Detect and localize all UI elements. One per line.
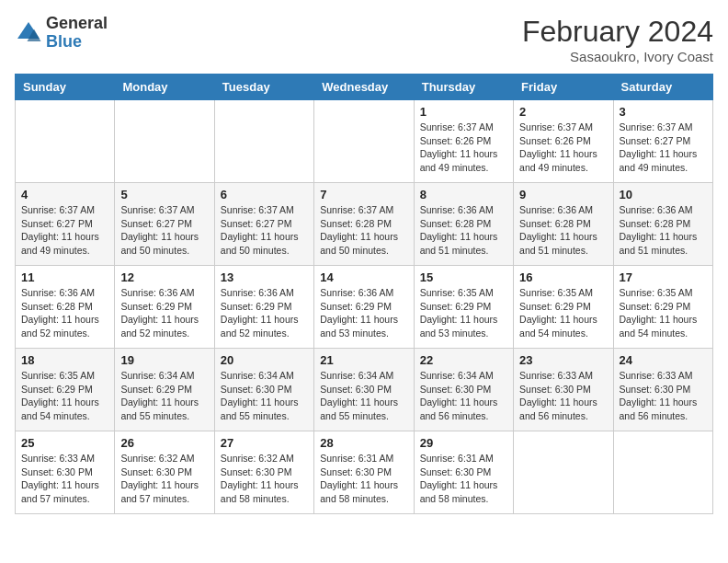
day-info: Sunrise: 6:34 AMSunset: 6:30 PMDaylight:… (320, 369, 407, 423)
day-info: Sunrise: 6:33 AMSunset: 6:30 PMDaylight:… (519, 369, 607, 423)
day-info: Sunrise: 6:36 AMSunset: 6:28 PMDaylight:… (519, 203, 607, 258)
calendar-week-1: 1Sunrise: 6:37 AMSunset: 6:26 PMDaylight… (16, 100, 713, 183)
month-year-title: February 2024 (522, 15, 713, 49)
day-number: 20 (221, 353, 308, 367)
calendar-cell: 5Sunrise: 6:37 AMSunset: 6:27 PMDaylight… (115, 183, 214, 266)
day-number: 22 (420, 353, 507, 367)
day-number: 1 (420, 105, 507, 119)
location-subtitle: Sasaoukro, Ivory Coast (522, 49, 713, 64)
day-number: 3 (620, 105, 707, 119)
calendar-cell: 18Sunrise: 6:35 AMSunset: 6:29 PMDayligh… (16, 349, 115, 431)
day-info: Sunrise: 6:35 AMSunset: 6:29 PMDaylight:… (21, 369, 108, 423)
calendar-cell: 15Sunrise: 6:35 AMSunset: 6:29 PMDayligh… (414, 266, 513, 349)
day-number: 16 (519, 270, 607, 284)
calendar-cell: 21Sunrise: 6:34 AMSunset: 6:30 PMDayligh… (314, 349, 414, 431)
day-info: Sunrise: 6:33 AMSunset: 6:30 PMDaylight:… (21, 452, 108, 506)
day-number: 29 (420, 436, 507, 450)
logo-text: General Blue (46, 15, 108, 52)
day-info: Sunrise: 6:33 AMSunset: 6:30 PMDaylight:… (620, 369, 707, 423)
calendar-cell: 10Sunrise: 6:36 AMSunset: 6:28 PMDayligh… (613, 183, 712, 266)
calendar-cell: 9Sunrise: 6:36 AMSunset: 6:28 PMDaylight… (514, 183, 613, 266)
day-info: Sunrise: 6:37 AMSunset: 6:26 PMDaylight:… (519, 121, 607, 175)
day-info: Sunrise: 6:31 AMSunset: 6:30 PMDaylight:… (320, 452, 407, 506)
page-header: General Blue February 2024 Sasaoukro, Iv… (15, 15, 713, 64)
day-number: 9 (519, 188, 607, 201)
day-info: Sunrise: 6:37 AMSunset: 6:27 PMDaylight:… (21, 203, 108, 258)
day-number: 26 (120, 436, 208, 450)
day-number: 7 (320, 188, 407, 201)
day-info: Sunrise: 6:37 AMSunset: 6:28 PMDaylight:… (320, 203, 407, 258)
calendar-cell: 12Sunrise: 6:36 AMSunset: 6:29 PMDayligh… (115, 266, 214, 349)
calendar-cell: 13Sunrise: 6:36 AMSunset: 6:29 PMDayligh… (214, 266, 313, 349)
day-number: 8 (420, 188, 507, 201)
day-info: Sunrise: 6:36 AMSunset: 6:29 PMDaylight:… (221, 286, 308, 340)
calendar-cell (115, 100, 214, 183)
day-number: 27 (221, 436, 308, 450)
calendar-week-4: 18Sunrise: 6:35 AMSunset: 6:29 PMDayligh… (16, 349, 713, 431)
day-info: Sunrise: 6:34 AMSunset: 6:29 PMDaylight:… (120, 369, 208, 423)
calendar-cell (16, 100, 115, 183)
calendar-cell: 28Sunrise: 6:31 AMSunset: 6:30 PMDayligh… (314, 431, 414, 514)
day-number: 10 (620, 188, 707, 201)
day-info: Sunrise: 6:31 AMSunset: 6:30 PMDaylight:… (420, 452, 507, 506)
calendar-week-3: 11Sunrise: 6:36 AMSunset: 6:28 PMDayligh… (16, 266, 713, 349)
calendar-cell: 22Sunrise: 6:34 AMSunset: 6:30 PMDayligh… (414, 349, 513, 431)
day-info: Sunrise: 6:32 AMSunset: 6:30 PMDaylight:… (221, 452, 308, 506)
day-number: 12 (120, 270, 208, 284)
day-header-saturday: Saturday (613, 75, 712, 100)
calendar-cell: 3Sunrise: 6:37 AMSunset: 6:27 PMDaylight… (613, 100, 712, 183)
calendar-cell: 29Sunrise: 6:31 AMSunset: 6:30 PMDayligh… (414, 431, 513, 514)
day-number: 24 (620, 353, 707, 367)
day-info: Sunrise: 6:36 AMSunset: 6:29 PMDaylight:… (320, 286, 407, 340)
calendar-week-2: 4Sunrise: 6:37 AMSunset: 6:27 PMDaylight… (16, 183, 713, 266)
day-number: 2 (519, 105, 607, 119)
calendar-cell: 24Sunrise: 6:33 AMSunset: 6:30 PMDayligh… (613, 349, 712, 431)
calendar-week-5: 25Sunrise: 6:33 AMSunset: 6:30 PMDayligh… (16, 431, 713, 514)
calendar-header-row: SundayMondayTuesdayWednesdayThursdayFrid… (16, 75, 713, 100)
day-number: 28 (320, 436, 407, 450)
day-info: Sunrise: 6:35 AMSunset: 6:29 PMDaylight:… (519, 286, 607, 340)
day-number: 23 (519, 353, 607, 367)
calendar-cell (214, 100, 313, 183)
logo: General Blue (15, 15, 108, 52)
logo-icon (15, 19, 42, 47)
calendar-cell: 1Sunrise: 6:37 AMSunset: 6:26 PMDaylight… (414, 100, 513, 183)
day-number: 11 (21, 270, 108, 284)
day-info: Sunrise: 6:36 AMSunset: 6:28 PMDaylight:… (21, 286, 108, 340)
day-info: Sunrise: 6:34 AMSunset: 6:30 PMDaylight:… (221, 369, 308, 423)
day-number: 19 (120, 353, 208, 367)
day-info: Sunrise: 6:34 AMSunset: 6:30 PMDaylight:… (420, 369, 507, 423)
calendar-cell: 6Sunrise: 6:37 AMSunset: 6:27 PMDaylight… (214, 183, 313, 266)
day-number: 13 (221, 270, 308, 284)
calendar-cell: 26Sunrise: 6:32 AMSunset: 6:30 PMDayligh… (115, 431, 214, 514)
day-info: Sunrise: 6:32 AMSunset: 6:30 PMDaylight:… (120, 452, 208, 506)
day-number: 4 (21, 188, 108, 201)
day-number: 14 (320, 270, 407, 284)
day-number: 25 (21, 436, 108, 450)
day-number: 17 (620, 270, 707, 284)
day-header-tuesday: Tuesday (214, 75, 313, 100)
calendar-cell: 25Sunrise: 6:33 AMSunset: 6:30 PMDayligh… (16, 431, 115, 514)
calendar-cell: 4Sunrise: 6:37 AMSunset: 6:27 PMDaylight… (16, 183, 115, 266)
logo-blue-text: Blue (46, 33, 108, 52)
day-header-thursday: Thursday (414, 75, 513, 100)
day-number: 18 (21, 353, 108, 367)
day-info: Sunrise: 6:36 AMSunset: 6:28 PMDaylight:… (420, 203, 507, 258)
calendar-cell: 19Sunrise: 6:34 AMSunset: 6:29 PMDayligh… (115, 349, 214, 431)
day-header-wednesday: Wednesday (314, 75, 414, 100)
day-info: Sunrise: 6:37 AMSunset: 6:27 PMDaylight:… (221, 203, 308, 258)
day-number: 15 (420, 270, 507, 284)
calendar-cell: 23Sunrise: 6:33 AMSunset: 6:30 PMDayligh… (514, 349, 613, 431)
day-info: Sunrise: 6:36 AMSunset: 6:28 PMDaylight:… (620, 203, 707, 258)
day-info: Sunrise: 6:35 AMSunset: 6:29 PMDaylight:… (620, 286, 707, 340)
calendar-cell: 11Sunrise: 6:36 AMSunset: 6:28 PMDayligh… (16, 266, 115, 349)
calendar-cell: 14Sunrise: 6:36 AMSunset: 6:29 PMDayligh… (314, 266, 414, 349)
calendar-cell (613, 431, 712, 514)
day-number: 5 (120, 188, 208, 201)
calendar-cell: 2Sunrise: 6:37 AMSunset: 6:26 PMDaylight… (514, 100, 613, 183)
day-number: 6 (221, 188, 308, 201)
calendar-cell: 27Sunrise: 6:32 AMSunset: 6:30 PMDayligh… (214, 431, 313, 514)
logo-general-text: General (46, 15, 108, 33)
day-info: Sunrise: 6:37 AMSunset: 6:26 PMDaylight:… (420, 121, 507, 175)
calendar-cell: 20Sunrise: 6:34 AMSunset: 6:30 PMDayligh… (214, 349, 313, 431)
